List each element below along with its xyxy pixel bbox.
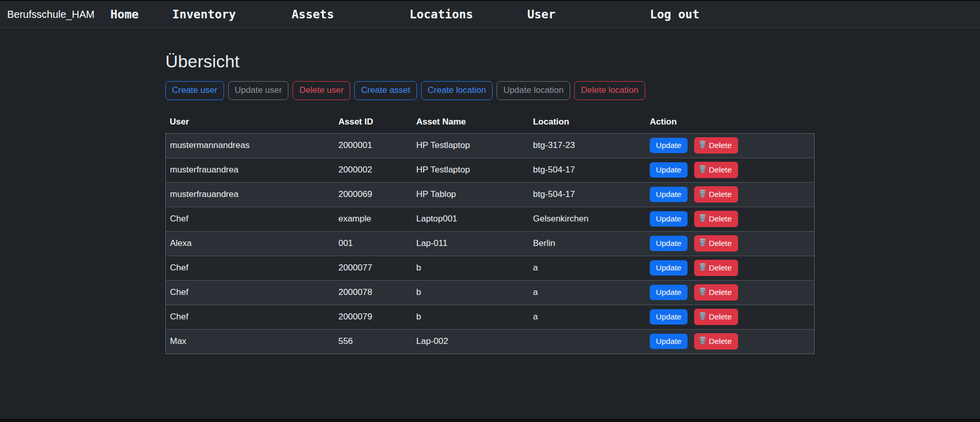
cell-location: btg-504-17 [529, 158, 646, 182]
table-row: Chef 2000078 b a Update Delete [166, 280, 815, 305]
nav-item-assets[interactable]: Assets [291, 8, 334, 21]
cell-asset-id: example [334, 207, 412, 231]
cell-action: Update Delete [646, 158, 815, 182]
table-row: Max 556 Lap-002 Update Delete [166, 329, 815, 354]
cell-asset-name: Lap-011 [412, 231, 529, 256]
column-header-asset-id: Asset ID [334, 113, 412, 134]
cell-user: mustermannandreas [166, 133, 334, 158]
row-delete-button[interactable]: Delete [694, 260, 738, 276]
nav-link-locations[interactable]: Locations [409, 8, 473, 21]
table-row: musterfrauandrea 2000069 HP Tablop btg-5… [166, 182, 815, 207]
row-update-button[interactable]: Update [650, 285, 688, 300]
nav-item-locations[interactable]: Locations [409, 8, 473, 21]
row-update-button[interactable]: Update [650, 138, 688, 153]
row-delete-button[interactable]: Delete [694, 309, 738, 325]
row-delete-button[interactable]: Delete [694, 211, 738, 227]
assets-table-body: mustermannandreas 2000001 HP Testlaptop … [166, 133, 815, 354]
trash-icon [699, 165, 706, 175]
column-header-location: Location [529, 113, 646, 134]
delete-user-button[interactable]: Delete user [292, 81, 350, 100]
cell-asset-id: 2000078 [334, 280, 412, 305]
nav-link-logout[interactable]: Log out [650, 8, 699, 21]
row-delete-button[interactable]: Delete [694, 333, 738, 350]
cell-asset-id: 2000002 [334, 158, 412, 182]
table-row: musterfrauandrea 2000002 HP Testlaptop b… [166, 158, 815, 182]
row-delete-label: Delete [709, 263, 732, 272]
create-user-button[interactable]: Create user [165, 81, 224, 100]
cell-asset-name: b [412, 256, 529, 280]
nav-item-home[interactable]: Home [110, 8, 138, 21]
row-update-button[interactable]: Update [650, 236, 688, 251]
cell-asset-name: Laptop001 [412, 207, 529, 231]
cell-location: a [529, 256, 646, 280]
row-delete-label: Delete [709, 190, 732, 199]
row-update-button[interactable]: Update [650, 334, 688, 349]
row-delete-label: Delete [709, 165, 732, 175]
row-delete-button[interactable]: Delete [694, 162, 738, 178]
trash-icon [699, 312, 706, 322]
table-row: Chef example Laptop001 Gelsenkirchen Upd… [166, 207, 815, 231]
cell-action: Update Delete [646, 305, 815, 329]
trash-icon [699, 214, 706, 224]
nav-item-logout[interactable]: Log out [650, 8, 699, 21]
update-location-button[interactable]: Update location [497, 81, 570, 100]
row-delete-button[interactable]: Delete [694, 284, 738, 301]
row-delete-button[interactable]: Delete [694, 137, 738, 154]
row-delete-label: Delete [709, 312, 732, 321]
nav-item-inventory[interactable]: Inventory [173, 8, 236, 21]
navbar-brand[interactable]: Berufsschule_HAM [7, 9, 94, 20]
cell-action: Update Delete [646, 133, 815, 158]
nav-item-user[interactable]: User [527, 8, 555, 21]
cell-action: Update Delete [646, 182, 815, 207]
assets-table: User Asset ID Asset Name Location Action… [165, 113, 815, 354]
cell-action: Update Delete [646, 256, 815, 280]
nav-link-user[interactable]: User [527, 8, 555, 21]
delete-location-button[interactable]: Delete location [574, 81, 645, 100]
screen-bottom-edge [0, 419, 980, 422]
cell-location: Gelsenkirchen [529, 207, 646, 231]
cell-user: Chef [166, 280, 334, 305]
cell-user: Alexa [166, 231, 334, 256]
column-header-action: Action [646, 113, 815, 134]
row-delete-label: Delete [709, 239, 732, 248]
cell-location: a [529, 305, 646, 329]
cell-action: Update Delete [646, 231, 815, 256]
cell-asset-id: 2000077 [334, 256, 412, 280]
top-navbar: Berufsschule_HAM Home Inventory Assets L… [0, 0, 980, 28]
cell-location: btg-317-23 [529, 133, 646, 158]
row-update-button[interactable]: Update [650, 309, 688, 325]
row-delete-label: Delete [709, 288, 732, 297]
create-location-button[interactable]: Create location [421, 81, 493, 100]
cell-user: musterfrauandrea [166, 182, 334, 207]
row-delete-button[interactable]: Delete [694, 235, 738, 252]
cell-location: a [529, 280, 646, 305]
cell-asset-id: 556 [334, 329, 412, 354]
cell-asset-id: 2000079 [334, 305, 412, 329]
cell-asset-name: b [412, 280, 529, 305]
row-update-button[interactable]: Update [650, 260, 688, 276]
cell-action: Update Delete [646, 329, 815, 354]
cell-asset-name: HP Testlaptop [412, 133, 529, 158]
nav-link-inventory[interactable]: Inventory [173, 8, 236, 21]
cell-user: Chef [166, 207, 334, 231]
row-delete-button[interactable]: Delete [694, 186, 738, 203]
cell-location [529, 329, 646, 354]
create-asset-button[interactable]: Create asset [354, 81, 416, 100]
nav-link-assets[interactable]: Assets [291, 8, 334, 21]
nav-link-home[interactable]: Home [110, 8, 138, 21]
row-update-button[interactable]: Update [650, 187, 688, 202]
row-update-button[interactable]: Update [650, 162, 688, 178]
table-row: Alexa 001 Lap-011 Berlin Update Delete [166, 231, 815, 256]
table-row: Chef 2000079 b a Update Delete [166, 305, 815, 329]
row-delete-label: Delete [709, 214, 732, 224]
action-toolbar: Create user Update user Delete user Crea… [165, 81, 815, 100]
cell-user: Chef [166, 256, 334, 280]
row-update-button[interactable]: Update [650, 211, 688, 227]
trash-icon [699, 336, 706, 346]
column-header-asset-name: Asset Name [412, 113, 529, 134]
table-row: mustermannandreas 2000001 HP Testlaptop … [166, 133, 815, 158]
update-user-button[interactable]: Update user [228, 81, 289, 100]
row-delete-label: Delete [709, 337, 732, 346]
cell-user: Max [166, 329, 334, 354]
cell-asset-id: 2000069 [334, 182, 412, 207]
